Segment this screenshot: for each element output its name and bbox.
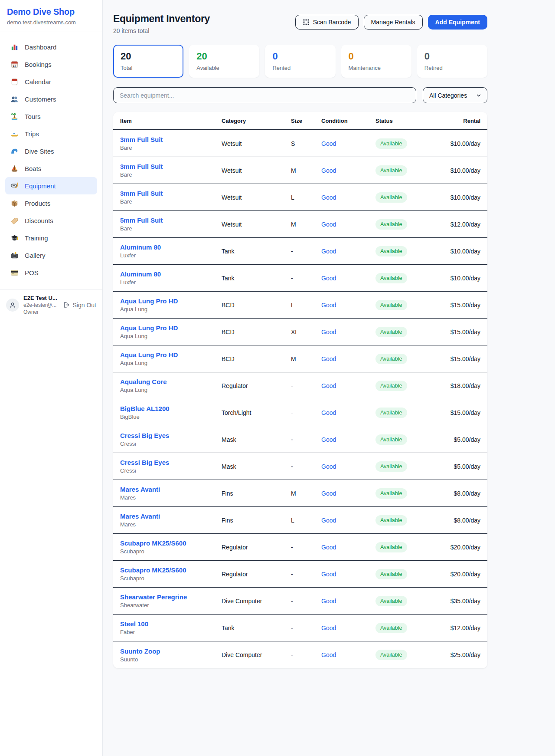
manage-rentals-label: Manage Rentals: [371, 19, 415, 26]
status-badge: Available: [375, 515, 407, 526]
condition-link[interactable]: Good: [321, 651, 336, 658]
sidebar-item-products[interactable]: Products: [5, 194, 97, 212]
user-name: E2E Test U...: [23, 295, 59, 301]
item-name-link[interactable]: Cressi Big Eyes: [120, 432, 218, 439]
item-name-link[interactable]: Aluminum 80: [120, 243, 218, 251]
item-size: -: [291, 436, 321, 443]
condition-link[interactable]: Good: [321, 329, 336, 335]
item-category: Mask: [222, 463, 291, 470]
item-category: Fins: [222, 490, 291, 497]
sidebar-item-pos[interactable]: POS: [5, 264, 97, 281]
item-size: L: [291, 517, 321, 524]
item-rental: $8.00/day: [436, 490, 487, 497]
sidebar-item-tours[interactable]: Tours: [5, 108, 97, 125]
sign-out-button[interactable]: Sign Out: [63, 301, 96, 309]
item-name-link[interactable]: Cressi Big Eyes: [120, 459, 218, 466]
item-cell: 5mm Full Suit Bare: [113, 217, 222, 232]
item-name-link[interactable]: Mares Avanti: [120, 513, 218, 520]
item-size: -: [291, 248, 321, 255]
sidebar-item-bookings[interactable]: 17 Bookings: [5, 56, 97, 73]
brand-domain: demo.test.divestreams.com: [7, 19, 95, 26]
column-header-item: Item: [113, 118, 222, 124]
condition-link[interactable]: Good: [321, 598, 336, 605]
sidebar-item-trips[interactable]: Trips: [5, 125, 97, 142]
condition-link[interactable]: Good: [321, 517, 336, 524]
sidebar-item-dashboard[interactable]: Dashboard: [5, 38, 97, 56]
sidebar-item-calendar[interactable]: Calendar: [5, 73, 97, 90]
item-size: -: [291, 598, 321, 605]
brand-name[interactable]: Demo Dive Shop: [7, 7, 95, 17]
condition-link[interactable]: Good: [321, 571, 336, 578]
item-name-link[interactable]: Scubapro MK25/S600: [120, 566, 218, 574]
tear-off-calendar-icon: [10, 78, 19, 86]
sidebar-item-dive-sites[interactable]: Dive Sites: [5, 142, 97, 160]
stat-card-rented[interactable]: 0 Rented: [265, 45, 335, 78]
item-name-link[interactable]: Aqualung Core: [120, 378, 218, 385]
scan-barcode-button[interactable]: Scan Barcode: [295, 15, 359, 30]
item-cell: 3mm Full Suit Bare: [113, 136, 222, 151]
sidebar-item-training[interactable]: Training: [5, 229, 97, 247]
status-badge: Available: [375, 596, 407, 606]
item-size: S: [291, 140, 321, 147]
table-body: 3mm Full Suit Bare Wetsuit S Good Availa…: [113, 130, 487, 668]
condition-link[interactable]: Good: [321, 463, 336, 470]
item-name-link[interactable]: Aqua Lung Pro HD: [120, 351, 218, 358]
stat-card-total[interactable]: 20 Total: [113, 45, 183, 78]
stat-card-retired[interactable]: 0 Retired: [417, 45, 487, 78]
sidebar-item-equipment[interactable]: Equipment: [5, 177, 97, 194]
item-name-link[interactable]: Shearwater Peregrine: [120, 593, 218, 601]
search-input[interactable]: [113, 87, 416, 103]
item-size: M: [291, 221, 321, 228]
item-size: M: [291, 490, 321, 497]
item-name-link[interactable]: Aqua Lung Pro HD: [120, 324, 218, 332]
table-row: Shearwater Peregrine Shearwater Dive Com…: [113, 588, 487, 615]
condition-link[interactable]: Good: [321, 544, 336, 551]
sidebar-item-gallery[interactable]: Gallery: [5, 247, 97, 264]
stat-label: Total: [121, 65, 176, 71]
sidebar-item-customers[interactable]: Customers: [5, 90, 97, 108]
condition-link[interactable]: Good: [321, 490, 336, 497]
item-category: Tank: [222, 625, 291, 631]
item-brand: Bare: [120, 198, 218, 205]
stat-card-available[interactable]: 20 Available: [189, 45, 259, 78]
sidebar-item-discounts[interactable]: Discounts: [5, 212, 97, 229]
condition-link[interactable]: Good: [321, 382, 336, 389]
item-name-link[interactable]: 3mm Full Suit: [120, 190, 218, 197]
stat-value: 20: [121, 51, 176, 62]
item-name-link[interactable]: Suunto Zoop: [120, 648, 218, 655]
item-name-link[interactable]: 3mm Full Suit: [120, 136, 218, 143]
manage-rentals-button[interactable]: Manage Rentals: [364, 15, 423, 30]
add-equipment-button[interactable]: Add Equipment: [428, 15, 487, 30]
condition-link[interactable]: Good: [321, 221, 336, 228]
condition-link[interactable]: Good: [321, 302, 336, 309]
condition-link[interactable]: Good: [321, 140, 336, 147]
condition-link[interactable]: Good: [321, 248, 336, 255]
item-name-link[interactable]: 5mm Full Suit: [120, 217, 218, 224]
sidebar-item-label: Bookings: [25, 61, 52, 68]
sidebar-item-boats[interactable]: Boats: [5, 160, 97, 177]
category-filter-select[interactable]: All Categories: [423, 87, 487, 103]
svg-text:17: 17: [13, 64, 16, 67]
condition-link[interactable]: Good: [321, 409, 336, 416]
item-name-link[interactable]: BigBlue AL1200: [120, 405, 218, 412]
condition-link[interactable]: Good: [321, 625, 336, 631]
item-name-link[interactable]: Aluminum 80: [120, 270, 218, 278]
condition-link[interactable]: Good: [321, 436, 336, 443]
table-row: 5mm Full Suit Bare Wetsuit M Good Availa…: [113, 211, 487, 238]
condition-link[interactable]: Good: [321, 275, 336, 282]
item-name-link[interactable]: 3mm Full Suit: [120, 163, 218, 170]
condition-link[interactable]: Good: [321, 194, 336, 201]
condition-link[interactable]: Good: [321, 167, 336, 174]
item-cell: Cressi Big Eyes Cressi: [113, 432, 222, 447]
item-cell: Shearwater Peregrine Shearwater: [113, 593, 222, 608]
item-name-link[interactable]: Steel 100: [120, 620, 218, 628]
table-row: Mares Avanti Mares Fins L Good Available…: [113, 507, 487, 534]
item-size: L: [291, 194, 321, 201]
add-equipment-label: Add Equipment: [435, 19, 480, 26]
item-name-link[interactable]: Scubapro MK25/S600: [120, 539, 218, 547]
item-name-link[interactable]: Mares Avanti: [120, 486, 218, 493]
stat-card-maintenance[interactable]: 0 Maintenance: [341, 45, 411, 78]
condition-link[interactable]: Good: [321, 355, 336, 362]
header-actions: Scan Barcode Manage Rentals Add Equipmen…: [295, 15, 487, 30]
item-name-link[interactable]: Aqua Lung Pro HD: [120, 297, 218, 305]
